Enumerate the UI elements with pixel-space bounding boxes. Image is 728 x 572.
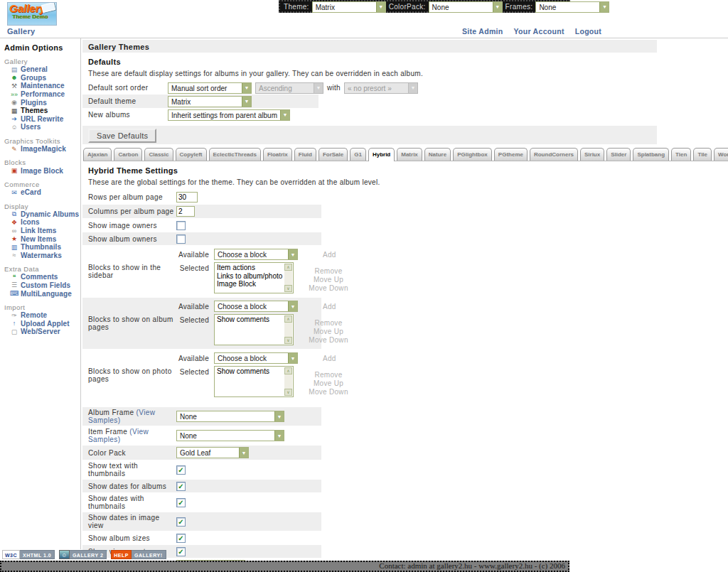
scroll-up-icon[interactable]: ∧	[284, 264, 292, 271]
sidebar-item-comments[interactable]: ❝Comments	[0, 273, 80, 281]
rows-per-album-page-input[interactable]	[176, 192, 198, 203]
scroll-down-icon[interactable]: ∨	[284, 285, 292, 292]
tab-matrix[interactable]: Matrix	[397, 148, 422, 161]
show-dates-for-albums-checkbox[interactable]: ✓	[176, 482, 186, 491]
tab-eclecticthreads[interactable]: EclecticThreads	[209, 148, 261, 161]
blocks-to-show-on-photo-pages-selected-listbox[interactable]: Show comments∧∨	[214, 366, 294, 397]
tab-tile[interactable]: Tile	[693, 148, 712, 161]
breadcrumb-gallery-link[interactable]: Gallery	[7, 27, 35, 36]
sidebar-item-ecard[interactable]: ✉eCard	[0, 188, 80, 197]
item-frame-select[interactable]: None▼	[176, 430, 284, 441]
show-view-counts-checkbox[interactable]: ✓	[176, 547, 186, 556]
tab-fluid[interactable]: Fluid	[294, 148, 316, 161]
scroll-up-icon[interactable]: ∧	[284, 315, 292, 323]
sidebar-item-multilanguage[interactable]: ⌨MultiLanguage	[0, 289, 80, 298]
tab-tien[interactable]: Tien	[671, 148, 691, 161]
blocks-to-show-on-album-pages-selected-listbox[interactable]: Show comments∧∨	[214, 314, 294, 345]
sidebar-item-themes[interactable]: ▦Themes	[0, 107, 80, 115]
blocks-to-show-in-the-sidebar-selected-listbox-item[interactable]: Image Block	[217, 280, 283, 288]
blocks-to-show-in-the-sidebar-selected-listbox[interactable]: Item actionsLinks to album/photo peersIm…	[214, 262, 294, 293]
sidebar-item-web-server[interactable]: ▢Web/Server	[0, 328, 80, 336]
blocks-to-show-in-the-sidebar-selected-listbox-item[interactable]: Links to album/photo peers	[217, 272, 283, 281]
sidebar-item-image-block[interactable]: ▣Image Block	[0, 166, 80, 175]
sidebar-item-general[interactable]: ▤General	[0, 65, 80, 74]
view-samples-link[interactable]: (View Samples)	[88, 409, 155, 424]
sidebar-item-maintenance[interactable]: ⚒Maintenance	[0, 82, 80, 90]
sidebar-item-dynamic-albums[interactable]: ⧉Dynamic Albums	[0, 210, 80, 219]
sidebar-item-users[interactable]: ☺Users	[0, 123, 80, 131]
tab-copyleft[interactable]: Copyleft	[176, 148, 207, 161]
blocks-to-show-in-the-sidebar-move-up-link[interactable]: Move Up	[314, 276, 343, 284]
save-defaults-button[interactable]: Save Defaults	[88, 129, 156, 143]
blocks-to-show-on-album-pages-selected-listbox-item[interactable]: Show comments	[217, 315, 283, 324]
blocks-to-show-on-photo-pages-add-link[interactable]: Add	[323, 352, 336, 362]
tab-hybrid[interactable]: Hybrid	[368, 148, 395, 161]
show-text-with-thumbnails-checkbox[interactable]: ✓	[176, 465, 186, 475]
sidebar-item-link-items[interactable]: ∞Link Items	[0, 227, 80, 235]
sidebar-item-upload-applet[interactable]: ↑Upload Applet	[0, 319, 80, 328]
sidebar-item-performance[interactable]: »»Performance	[0, 90, 80, 99]
sidebar-item-plugins[interactable]: ◉Plugins	[0, 98, 80, 107]
blocks-to-show-in-the-sidebar-remove-link[interactable]: Remove	[314, 267, 342, 275]
scroll-down-icon[interactable]: ∨	[284, 337, 292, 344]
sidebar-item-watermarks[interactable]: ≈Watermarks	[0, 252, 80, 260]
blocks-to-show-on-photo-pages-move-up-link[interactable]: Move Up	[314, 379, 343, 387]
tab-floatrix[interactable]: Floatrix	[263, 148, 292, 161]
blocks-to-show-on-album-pages-move-up-link[interactable]: Move Up	[314, 328, 343, 335]
blocks-to-show-on-album-pages-move-down-link[interactable]: Move Down	[309, 336, 348, 344]
site-admin-link[interactable]: Site Admin	[462, 27, 503, 36]
help-gallery-badge[interactable]: HELPGALLERY!	[111, 550, 166, 559]
blocks-to-show-in-the-sidebar-selected-listbox-scrollbar[interactable]: ∧∨	[284, 264, 292, 292]
tab-ajaxian[interactable]: Ajaxian	[83, 148, 112, 161]
blocks-to-show-on-photo-pages-selected-listbox-item[interactable]: Show comments	[217, 367, 283, 376]
blocks-to-show-on-photo-pages-move-down-link[interactable]: Move Down	[309, 388, 348, 396]
default-sort-order-select[interactable]: Manual sort order▼	[168, 82, 252, 94]
tab-forsale[interactable]: ForSale	[318, 148, 348, 161]
tab-siriux[interactable]: Siriux	[580, 148, 604, 161]
tab-carbon[interactable]: Carbon	[114, 148, 142, 161]
album-frame-select[interactable]: None▼	[176, 411, 284, 422]
tab-pglightbox[interactable]: PGlightbox	[453, 148, 492, 161]
show-image-owners-checkbox[interactable]	[176, 221, 186, 230]
blocks-to-show-on-album-pages-selected-listbox-scrollbar[interactable]: ∧∨	[284, 315, 292, 344]
tab-roundcorners[interactable]: RoundCorners	[530, 148, 578, 161]
columns-per-album-page-input[interactable]	[176, 206, 195, 217]
sidebar-item-url-rewrite[interactable]: ➔URL Rewrite	[0, 115, 80, 124]
view-samples-link[interactable]: (View Samples)	[88, 428, 149, 443]
show-album-sizes-checkbox[interactable]: ✓	[176, 534, 186, 543]
tab-slider[interactable]: Slider	[606, 148, 631, 161]
tab-nature[interactable]: Nature	[424, 148, 451, 161]
show-dates-in-image-view-checkbox[interactable]: ✓	[176, 517, 186, 527]
sidebar-item-imagemagick[interactable]: ✎ImageMagick	[0, 145, 80, 153]
scroll-down-icon[interactable]: ∨	[284, 389, 292, 396]
sidebar-item-groups[interactable]: ☻Groups	[0, 74, 80, 82]
tab-splatbang[interactable]: Splatbang	[633, 148, 669, 161]
your-account-link[interactable]: Your Account	[513, 27, 564, 36]
blocks-to-show-in-the-sidebar-available-select[interactable]: Choose a block▼	[214, 249, 298, 260]
new-albums-select[interactable]: Inherit settings from parent album▼	[168, 109, 290, 121]
blocks-to-show-in-the-sidebar-move-down-link[interactable]: Move Down	[309, 284, 348, 292]
blocks-to-show-on-photo-pages-remove-link[interactable]: Remove	[314, 371, 342, 379]
tab-g1[interactable]: G1	[350, 148, 366, 161]
w3c-xhtml-badge[interactable]: W3CXHTML 1.0	[2, 550, 55, 559]
blocks-to-show-on-album-pages-add-link[interactable]: Add	[323, 301, 336, 311]
blocks-to-show-on-photo-pages-selected-listbox-scrollbar[interactable]: ∧∨	[284, 367, 292, 396]
sidebar-item-remote[interactable]: ✑Remote	[0, 311, 80, 320]
tab-wordpressembedded[interactable]: WordpressEmbedded	[714, 148, 728, 161]
sidebar-item-thumbnails[interactable]: ▥Thumbnails	[0, 243, 80, 252]
blocks-to-show-on-photo-pages-available-select[interactable]: Choose a block▼	[214, 352, 298, 364]
sidebar-item-icons[interactable]: ❖Icons	[0, 218, 80, 227]
tab-classic[interactable]: Classic	[144, 148, 173, 161]
color-pack-select[interactable]: Gold Leaf▼	[176, 447, 249, 458]
gallery2-badge[interactable]: ☺GALLERY 2	[59, 550, 107, 559]
sidebar-item-new-items[interactable]: ★New Items	[0, 234, 80, 243]
blocks-to-show-on-album-pages-available-select[interactable]: Choose a block▼	[214, 301, 298, 312]
scroll-up-icon[interactable]: ∧	[284, 367, 292, 374]
show-album-owners-checkbox[interactable]	[176, 234, 186, 244]
blocks-to-show-in-the-sidebar-selected-listbox-item[interactable]: Item actions	[217, 264, 283, 272]
tab-pgtheme[interactable]: PGtheme	[494, 148, 528, 161]
logout-link[interactable]: Logout	[575, 27, 601, 36]
sidebar-item-custom-fields[interactable]: ☰Custom Fields	[0, 281, 80, 290]
blocks-to-show-in-the-sidebar-add-link[interactable]: Add	[323, 249, 336, 259]
default-theme-select[interactable]: Matrix▼	[168, 96, 252, 107]
